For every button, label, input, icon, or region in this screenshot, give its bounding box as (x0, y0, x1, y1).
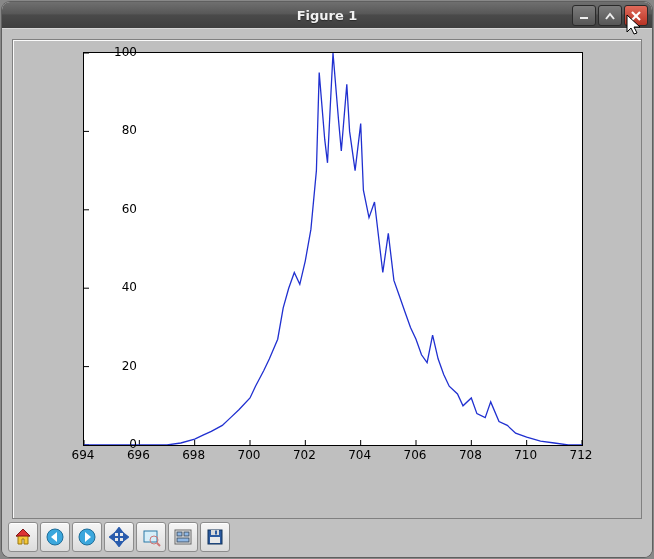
close-button[interactable] (624, 5, 648, 26)
save-button[interactable] (200, 522, 230, 552)
x-tick-label: 702 (293, 448, 316, 462)
figure-window: Figure 1 020406080100 694696698700702704… (2, 2, 652, 557)
y-tick-label: 60 (87, 202, 137, 216)
svg-rect-40 (215, 531, 217, 535)
y-tick-label: 40 (87, 280, 137, 294)
x-tick-label: 710 (514, 448, 537, 462)
forward-arrow-icon (77, 527, 97, 547)
svg-rect-37 (177, 538, 189, 542)
x-tick-label: 694 (72, 448, 95, 462)
line-plot (84, 53, 582, 445)
svg-line-33 (157, 543, 160, 546)
back-button[interactable] (40, 522, 70, 552)
subplots-button[interactable] (168, 522, 198, 552)
svg-marker-28 (116, 542, 122, 546)
zoom-rect-icon (141, 527, 161, 547)
y-tick-label: 100 (87, 45, 137, 59)
svg-marker-27 (116, 528, 122, 532)
close-icon (630, 10, 642, 22)
configure-icon (173, 527, 193, 547)
svg-marker-30 (124, 534, 128, 540)
y-tick-label: 20 (87, 359, 137, 373)
svg-rect-36 (184, 532, 189, 536)
maximize-button[interactable] (598, 5, 622, 26)
back-arrow-icon (45, 527, 65, 547)
zoom-button[interactable] (136, 522, 166, 552)
home-button[interactable] (8, 522, 38, 552)
svg-rect-41 (210, 537, 220, 543)
home-icon (13, 527, 33, 547)
figure-canvas[interactable]: 020406080100 694696698700702704706708710… (12, 39, 642, 519)
window-title: Figure 1 (297, 8, 358, 23)
forward-button[interactable] (72, 522, 102, 552)
x-tick-label: 712 (570, 448, 593, 462)
svg-marker-20 (16, 529, 30, 536)
window-controls (572, 5, 648, 26)
x-tick-label: 698 (182, 448, 205, 462)
x-tick-label: 700 (238, 448, 261, 462)
x-tick-label: 708 (459, 448, 482, 462)
y-tick-label: 80 (87, 123, 137, 137)
move-icon (109, 527, 129, 547)
pan-button[interactable] (104, 522, 134, 552)
maximize-icon (604, 10, 616, 22)
minimize-icon (578, 10, 590, 22)
save-icon (205, 527, 225, 547)
window-client-area: 020406080100 694696698700702704706708710… (2, 28, 652, 557)
x-tick-label: 696 (127, 448, 150, 462)
minimize-button[interactable] (572, 5, 596, 26)
matplotlib-toolbar (8, 522, 230, 552)
svg-rect-35 (177, 532, 182, 536)
x-tick-label: 706 (404, 448, 427, 462)
svg-marker-29 (110, 534, 114, 540)
x-tick-label: 704 (348, 448, 371, 462)
plot-axes (83, 52, 583, 446)
window-titlebar[interactable]: Figure 1 (2, 2, 652, 29)
